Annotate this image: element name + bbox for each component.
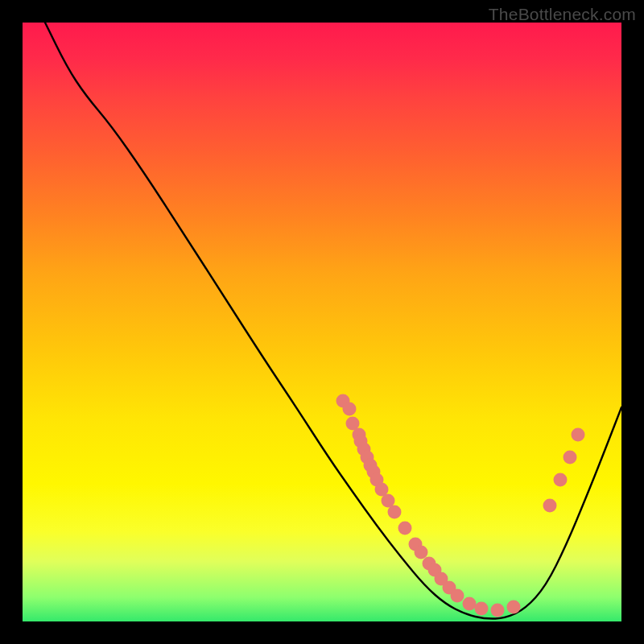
scatter-point [543, 499, 557, 513]
scatter-point [507, 601, 521, 614]
scatter-points [336, 394, 585, 617]
scatter-point [475, 602, 489, 616]
curve-line [45, 23, 621, 619]
chart-area [23, 23, 621, 621]
watermark-text: TheBottleneck.com [489, 5, 636, 24]
scatter-point [463, 597, 477, 611]
scatter-point [343, 402, 357, 416]
scatter-point [388, 506, 402, 519]
scatter-point [491, 604, 505, 617]
scatter-point [572, 428, 585, 442]
chart-svg [23, 23, 621, 621]
scatter-point [451, 589, 464, 603]
scatter-point [415, 546, 428, 559]
scatter-point [398, 522, 412, 535]
scatter-point [564, 451, 577, 464]
scatter-point [554, 473, 568, 487]
